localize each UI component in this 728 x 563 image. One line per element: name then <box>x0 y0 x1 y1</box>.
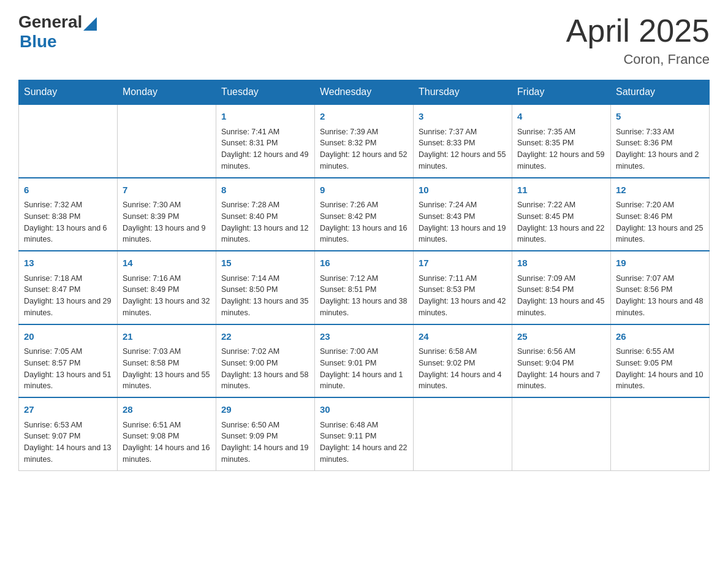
header-row: SundayMondayTuesdayWednesdayThursdayFrid… <box>19 80 710 105</box>
day-header-wednesday: Wednesday <box>315 80 414 105</box>
sun-info: Sunrise: 6:55 AM <box>616 346 704 358</box>
day-number: 21 <box>123 330 211 344</box>
sun-info: Sunrise: 7:05 AM <box>24 346 112 358</box>
daylight-info: Daylight: 14 hours and 22 minutes. <box>320 442 408 465</box>
sun-info: Sunset: 8:53 PM <box>419 284 507 296</box>
page-header: General Blue April 2025 Coron, France <box>18 12 710 67</box>
daylight-info: Daylight: 13 hours and 55 minutes. <box>123 369 211 393</box>
sun-info: Sunset: 8:32 PM <box>320 137 408 149</box>
day-number: 19 <box>616 256 704 270</box>
daylight-info: Daylight: 13 hours and 45 minutes. <box>517 296 605 319</box>
day-cell: 29Sunrise: 6:50 AMSunset: 9:09 PMDayligh… <box>216 397 315 470</box>
sun-info: Sunrise: 7:33 AM <box>616 126 704 138</box>
day-cell: 10Sunrise: 7:24 AMSunset: 8:43 PMDayligh… <box>414 178 512 251</box>
daylight-info: Daylight: 13 hours and 38 minutes. <box>320 296 408 319</box>
calendar-subtitle: Coron, France <box>566 52 710 67</box>
sun-info: Sunrise: 6:51 AM <box>123 419 211 431</box>
sun-info: Sunrise: 6:58 AM <box>419 346 507 358</box>
sun-info: Sunrise: 7:24 AM <box>419 199 507 211</box>
sun-info: Sunset: 8:43 PM <box>419 211 507 223</box>
daylight-info: Daylight: 12 hours and 55 minutes. <box>419 149 507 172</box>
day-cell: 21Sunrise: 7:03 AMSunset: 8:58 PMDayligh… <box>118 324 216 398</box>
daylight-info: Daylight: 13 hours and 16 minutes. <box>320 223 408 246</box>
title-section: April 2025 Coron, France <box>566 12 710 67</box>
sun-info: Sunrise: 7:30 AM <box>123 199 211 211</box>
day-cell: 15Sunrise: 7:14 AMSunset: 8:50 PMDayligh… <box>216 251 315 324</box>
day-header-thursday: Thursday <box>414 80 512 105</box>
day-cell: 27Sunrise: 6:53 AMSunset: 9:07 PMDayligh… <box>19 397 118 470</box>
day-cell: 19Sunrise: 7:07 AMSunset: 8:56 PMDayligh… <box>611 251 710 324</box>
day-cell <box>611 397 710 470</box>
sun-info: Sunrise: 7:35 AM <box>517 126 605 138</box>
daylight-info: Daylight: 13 hours and 51 minutes. <box>24 369 112 393</box>
day-number: 15 <box>221 256 309 270</box>
sun-info: Sunset: 8:54 PM <box>517 284 605 296</box>
day-cell: 6Sunrise: 7:32 AMSunset: 8:38 PMDaylight… <box>19 178 118 251</box>
sun-info: Sunset: 9:00 PM <box>221 358 309 369</box>
sun-info: Sunrise: 7:00 AM <box>320 346 408 358</box>
sun-info: Sunset: 8:39 PM <box>123 211 211 223</box>
day-number: 9 <box>320 183 408 197</box>
calendar-title: April 2025 <box>566 12 710 49</box>
svg-marker-0 <box>83 17 97 31</box>
day-cell: 30Sunrise: 6:48 AMSunset: 9:11 PMDayligh… <box>315 397 414 470</box>
week-row-5: 27Sunrise: 6:53 AMSunset: 9:07 PMDayligh… <box>19 397 710 470</box>
sun-info: Sunset: 8:45 PM <box>517 211 605 223</box>
daylight-info: Daylight: 12 hours and 59 minutes. <box>517 149 605 172</box>
day-number: 18 <box>517 256 605 270</box>
logo-blue: Blue <box>20 32 57 52</box>
day-number: 6 <box>24 183 112 197</box>
logo-triangle-icon <box>83 17 97 31</box>
daylight-info: Daylight: 13 hours and 25 minutes. <box>616 223 704 246</box>
sun-info: Sunset: 8:38 PM <box>24 211 112 223</box>
sun-info: Sunrise: 7:02 AM <box>221 346 309 358</box>
day-cell: 28Sunrise: 6:51 AMSunset: 9:08 PMDayligh… <box>118 397 216 470</box>
daylight-info: Daylight: 14 hours and 13 minutes. <box>24 442 112 465</box>
sun-info: Sunset: 8:33 PM <box>419 137 507 149</box>
daylight-info: Daylight: 13 hours and 2 minutes. <box>616 149 704 172</box>
day-cell <box>512 397 611 470</box>
sun-info: Sunrise: 7:12 AM <box>320 273 408 285</box>
day-number: 13 <box>24 256 112 270</box>
daylight-info: Daylight: 13 hours and 22 minutes. <box>517 223 605 246</box>
daylight-info: Daylight: 13 hours and 48 minutes. <box>616 296 704 319</box>
daylight-info: Daylight: 13 hours and 9 minutes. <box>123 223 211 246</box>
sun-info: Sunset: 8:51 PM <box>320 284 408 296</box>
day-number: 22 <box>221 330 309 344</box>
day-cell <box>414 397 512 470</box>
week-row-3: 13Sunrise: 7:18 AMSunset: 8:47 PMDayligh… <box>19 251 710 324</box>
day-number: 25 <box>517 330 605 344</box>
sun-info: Sunset: 8:50 PM <box>221 284 309 296</box>
sun-info: Sunset: 9:09 PM <box>221 431 309 442</box>
day-number: 17 <box>419 256 507 270</box>
day-number: 14 <box>123 256 211 270</box>
day-number: 30 <box>320 403 408 417</box>
sun-info: Sunrise: 7:20 AM <box>616 199 704 211</box>
day-cell: 2Sunrise: 7:39 AMSunset: 8:32 PMDaylight… <box>315 104 414 178</box>
day-number: 27 <box>24 403 112 417</box>
daylight-info: Daylight: 13 hours and 35 minutes. <box>221 296 309 319</box>
day-number: 7 <box>123 183 211 197</box>
sun-info: Sunset: 9:04 PM <box>517 358 605 369</box>
daylight-info: Daylight: 14 hours and 7 minutes. <box>517 369 605 393</box>
daylight-info: Daylight: 13 hours and 32 minutes. <box>123 296 211 319</box>
sun-info: Sunrise: 7:03 AM <box>123 346 211 358</box>
daylight-info: Daylight: 14 hours and 16 minutes. <box>123 442 211 465</box>
day-cell: 23Sunrise: 7:00 AMSunset: 9:01 PMDayligh… <box>315 324 414 398</box>
day-header-sunday: Sunday <box>19 80 118 105</box>
daylight-info: Daylight: 13 hours and 19 minutes. <box>419 223 507 246</box>
sun-info: Sunrise: 7:37 AM <box>419 126 507 138</box>
sun-info: Sunset: 8:36 PM <box>616 137 704 149</box>
sun-info: Sunset: 9:11 PM <box>320 431 408 442</box>
day-number: 24 <box>419 330 507 344</box>
sun-info: Sunset: 9:05 PM <box>616 358 704 369</box>
day-cell: 26Sunrise: 6:55 AMSunset: 9:05 PMDayligh… <box>611 324 710 398</box>
day-number: 12 <box>616 183 704 197</box>
daylight-info: Daylight: 13 hours and 6 minutes. <box>24 223 112 246</box>
daylight-info: Daylight: 14 hours and 10 minutes. <box>616 369 704 393</box>
day-number: 1 <box>221 110 309 124</box>
day-number: 26 <box>616 330 704 344</box>
daylight-info: Daylight: 13 hours and 42 minutes. <box>419 296 507 319</box>
logo: General Blue <box>18 12 97 52</box>
sun-info: Sunset: 9:07 PM <box>24 431 112 442</box>
